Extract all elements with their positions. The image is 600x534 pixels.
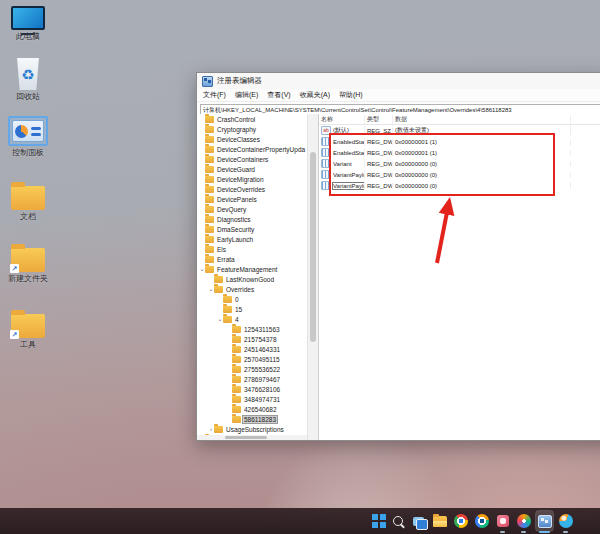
folder-icon [232,376,241,383]
chrome-button[interactable] [452,511,469,531]
tree-item[interactable]: DeviceContainerPropertyUpda [197,144,307,154]
column-header-data[interactable]: 数据 [393,115,571,124]
value-name-cell: ab(默认) [319,126,365,135]
desktop-icon-folder-4[interactable]: ↗新建文件夹 [2,248,54,283]
folder-icon [205,266,214,273]
tree-item[interactable]: 2786979467 [197,374,307,384]
tree-item[interactable]: ›UsageSubscriptions [197,424,307,434]
vscroll-thumb[interactable] [310,152,316,342]
desktop-icon-folder-3[interactable]: 文档 [2,186,54,221]
menu-item-4[interactable]: 帮助(H) [339,90,363,100]
tree-item[interactable]: DeviceGuard [197,164,307,174]
value-name: Variant [333,161,352,167]
value-row[interactable]: EnabledStateO...REG_DWORD0x00000001 (1) [319,147,600,158]
tree-item[interactable]: Cryptography [197,124,307,134]
tree-item[interactable]: 426540682 [197,404,307,414]
browser-button[interactable] [473,511,490,531]
tree-item-label: 2755536522 [243,366,281,373]
menu-item-0[interactable]: 文件(F) [203,90,226,100]
tree-horizontal-scrollbar[interactable] [197,435,307,440]
tree-item[interactable]: DevQuery [197,204,307,214]
tree-item[interactable]: 3476628106 [197,384,307,394]
tree-item[interactable]: Errata [197,254,307,264]
desktop-icon-label: 控制面板 [12,148,44,157]
tree-item[interactable]: Diagnostics [197,214,307,224]
dword-value-icon [321,159,331,168]
tree-item[interactable]: DeviceMigration [197,174,307,184]
desktop-icon-folder-5[interactable]: ↗工具 [2,314,54,349]
start-icon [372,514,378,520]
hscroll-thumb[interactable] [225,436,267,439]
tree-item-label: DeviceContainers [216,156,269,163]
value-data: 0x00000000 (0) [393,161,571,167]
tree-item[interactable]: 586118283 [197,414,307,424]
tree-item[interactable]: ⌄4 [197,314,307,324]
value-row[interactable]: ab(默认)REG_SZ(数值未设置) [319,125,600,136]
tree-item[interactable]: DevicePanels [197,194,307,204]
tree-item-label: Overrides [225,286,255,293]
folder-icon [205,176,214,183]
value-name: EnabledState [333,139,365,145]
tree-item-label: 215754378 [243,336,278,343]
tree-item[interactable]: 2451464331 [197,344,307,354]
tree-vertical-scrollbar[interactable] [307,114,318,440]
column-header-type[interactable]: 类型 [365,115,393,124]
explorer-icon [433,516,447,527]
tree-item[interactable]: DmaSecurity [197,224,307,234]
folder-icon [232,406,241,413]
menu-item-3[interactable]: 收藏夹(A) [300,90,330,100]
desktop-icon-label: 文档 [20,212,36,221]
value-row[interactable]: VariantREG_DWORD0x00000000 (0) [319,158,600,169]
folder-icon [205,136,214,143]
tree-item[interactable]: 215754378 [197,334,307,344]
values-header-row[interactable]: 名称 类型 数据 [319,114,600,125]
value-name-cell: EnabledStateO... [319,148,365,157]
tree-item[interactable]: 0 [197,294,307,304]
tree-item[interactable]: 15 [197,304,307,314]
photos-icon [497,515,509,527]
ball-app-button[interactable] [557,511,574,531]
value-row[interactable]: VariantPayloadREG_DWORD0x00000000 (0) [319,169,600,180]
folder-icon [11,186,45,210]
title-bar[interactable]: 注册表编辑器 [197,73,600,89]
colorful-app-button[interactable] [515,511,532,531]
folder-icon: ↗ [11,314,45,338]
value-row[interactable]: EnabledStateREG_DWORD0x00000001 (1) [319,136,600,147]
tree-item[interactable]: 3484974731 [197,394,307,404]
column-header-name[interactable]: 名称 [319,115,365,124]
running-indicator [500,531,505,533]
value-name-cell: EnabledState [319,137,365,146]
value-name: VariantPayload [333,172,365,178]
tree-item[interactable]: DeviceContainers [197,154,307,164]
tree-item[interactable]: 2755536522 [197,364,307,374]
menu-item-2[interactable]: 查看(V) [267,90,290,100]
desktop-icon-control-panel-2[interactable]: 控制面板 [2,116,54,157]
tree-item[interactable]: 2570495115 [197,354,307,364]
tree-item[interactable]: EarlyLaunch [197,234,307,244]
desktop-icon-recycle-bin-1[interactable]: ♻回收站 [2,58,54,101]
registry-editor-button[interactable] [536,511,553,531]
value-type: REG_DWORD [365,139,393,145]
folder-icon [223,316,232,323]
tree-item[interactable]: LastKnownGood [197,274,307,284]
tree-item[interactable]: ⌄FeatureManagement [197,264,307,274]
tree-item[interactable]: ⌄Overrides [197,284,307,294]
this-pc-icon [11,6,45,30]
tree-item[interactable]: CrashControl [197,114,307,124]
search-button[interactable] [389,511,406,531]
tree-item-label: 0 [234,296,240,303]
value-row[interactable]: VariantPayload...REG_DWORD0x00000000 (0) [319,180,600,191]
tree-item[interactable]: Els [197,244,307,254]
tree-item[interactable]: 1254311563 [197,324,307,334]
task-view-button[interactable] [410,511,427,531]
photos-app-button[interactable] [494,511,511,531]
folder-icon [205,116,214,123]
value-data: 0x00000001 (1) [393,139,571,145]
tree-item-label: 3476628106 [243,386,281,393]
tree-item[interactable]: DeviceOverrides [197,184,307,194]
tree-item[interactable]: DeviceClasses [197,134,307,144]
start-button[interactable] [368,511,385,531]
desktop-icon-this-pc-0[interactable]: 此电脑 [2,6,54,41]
file-explorer-button[interactable] [431,511,448,531]
menu-item-1[interactable]: 编辑(E) [235,90,258,100]
